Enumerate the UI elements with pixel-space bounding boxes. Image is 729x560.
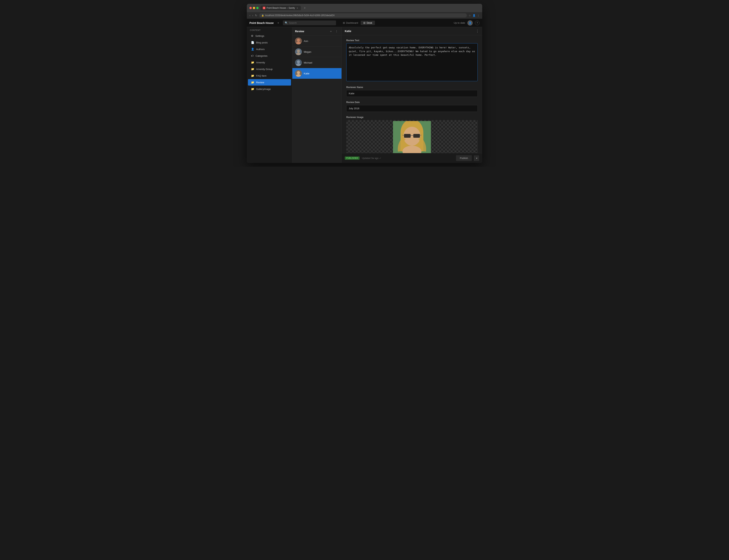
reviewer-name-ann: Ann	[304, 40, 308, 42]
amenity-icon: 📁	[251, 61, 254, 64]
review-text-group: Review Text Absolutely the perfect get-a…	[346, 39, 478, 82]
publish-dropdown-button[interactable]: ▾	[474, 155, 479, 161]
sidebar-label-amenity: Amenity	[256, 61, 265, 64]
reviewer-image-container[interactable]	[346, 120, 478, 153]
reviewer-name-michael: Michael	[304, 61, 312, 64]
panel-more-button[interactable]: ⋮	[334, 29, 339, 34]
user-avatar[interactable]: 👤	[468, 20, 473, 26]
nav-dashboard-label: Dashboard	[346, 21, 358, 24]
list-item[interactable]: Ann	[292, 36, 341, 46]
header-right: Up to date 👤 ?	[454, 20, 480, 26]
sidebar-item-amenity-group[interactable]: 📁 Amenity Group	[248, 66, 291, 72]
app-container: Point Beach House + 🔍 Search ⊞ Dashboard…	[247, 19, 482, 163]
list-item[interactable]: Katie	[292, 68, 341, 79]
tab-close-button[interactable]: ✕	[296, 7, 298, 9]
reviewer-thumb-michael	[295, 59, 302, 66]
forward-button[interactable]: ›	[252, 14, 253, 17]
new-tab-button[interactable]: +	[302, 6, 307, 10]
nav-item-desk[interactable]: ⊟ Desk	[361, 21, 375, 25]
detail-panel: Katie ⋮ Review Text Absolutely the perfe…	[342, 27, 482, 163]
sidebar-item-amenity[interactable]: 📁 Amenity	[248, 59, 291, 66]
sidebar-label-amenity-group: Amenity Group	[256, 68, 272, 71]
reviewer-name-katie: Katie	[304, 72, 309, 75]
review-text-input[interactable]: Absolutely the perfect get-away vacation…	[346, 43, 478, 81]
panel-header: Review + ⋮	[292, 27, 341, 36]
review-list: Ann Megan Michael	[292, 36, 341, 163]
list-item[interactable]: Michael	[292, 57, 341, 68]
reviewer-image-label: Reviewer Image	[346, 116, 478, 119]
review-icon: 📁	[251, 81, 254, 84]
status-text: Up to date	[454, 21, 465, 24]
svg-point-1	[297, 39, 300, 42]
review-date-input[interactable]	[346, 105, 478, 112]
browser-tab-bar: S Point Beach House – Sanity ✕ +	[260, 6, 480, 10]
reviewer-image-group: Reviewer Image	[346, 116, 478, 153]
sidebar-item-gallery[interactable]: 📁 GalleryImage	[248, 86, 291, 92]
traffic-lights	[249, 7, 258, 9]
gallery-icon: 📁	[251, 87, 254, 90]
header-add-button[interactable]: +	[276, 21, 280, 25]
reviewer-thumb-ann	[295, 38, 302, 44]
reviewer-name-label: Reviewer Name	[346, 86, 478, 89]
reviewer-name-input[interactable]	[346, 90, 478, 97]
detail-header: Katie ⋮	[342, 27, 482, 35]
detail-more-button[interactable]: ⋮	[476, 29, 479, 33]
middle-panel: Review + ⋮ Ann	[292, 27, 342, 163]
search-placeholder: Search	[289, 21, 297, 24]
app-title: Point Beach House	[249, 21, 274, 24]
sidebar-item-faq[interactable]: 📁 FAQ Item	[248, 72, 291, 79]
minimize-traffic-light[interactable]	[253, 7, 255, 9]
detail-content: Review Text Absolutely the perfect get-a…	[342, 35, 482, 153]
close-traffic-light[interactable]	[249, 7, 252, 9]
browser-addressbar: ‹ › ↻ 🔒 localhost:3333/desk/review;99b5d…	[247, 12, 482, 19]
sidebar-item-settings[interactable]: ⚙ Settings	[248, 33, 291, 39]
search-icon: 🔍	[285, 21, 288, 24]
publish-button[interactable]: Publish	[456, 155, 472, 161]
more-browser-icon[interactable]: ⋮	[477, 14, 480, 17]
header-search[interactable]: 🔍 Search	[283, 20, 336, 25]
amenity-group-icon: 📁	[251, 68, 254, 71]
sidebar-label-gallery: GalleryImage	[256, 88, 271, 90]
app-header: Point Beach House + 🔍 Search ⊞ Dashboard…	[247, 19, 482, 27]
authors-icon: 👤	[251, 48, 254, 51]
svg-rect-16	[404, 134, 411, 138]
sidebar-label-categories: Categories	[255, 54, 267, 57]
svg-point-7	[297, 60, 300, 63]
panel-add-button[interactable]: +	[328, 29, 333, 34]
panel-title: Review	[295, 30, 327, 33]
address-bar[interactable]: 🔒 localhost:3333/desk/review;99b5dbc8-5d…	[259, 13, 467, 17]
review-date-label: Review Date	[346, 101, 478, 104]
user-avatar-browser[interactable]: 👤	[473, 14, 476, 17]
list-item[interactable]: Megan	[292, 46, 341, 57]
categories-icon: 🏷	[251, 54, 254, 57]
checkmark-icon: ✓	[379, 157, 381, 160]
help-button[interactable]: ?	[475, 21, 480, 25]
address-text: localhost:3333/desk/review;99b5dbc8-5d34…	[265, 14, 334, 17]
tab-favicon: S	[263, 7, 265, 9]
sidebar-label-authors: Authors	[256, 48, 265, 51]
svg-point-4	[297, 50, 300, 53]
reviewer-thumb-megan	[295, 48, 302, 55]
settings-icon: ⚙	[251, 34, 253, 37]
sidebar-item-review[interactable]: 📁 Review	[248, 79, 291, 86]
sidebar-item-categories[interactable]: 🏷 Categories	[248, 53, 291, 59]
nav-desk-label: Desk	[367, 21, 372, 24]
lock-icon: 🔒	[261, 14, 264, 17]
maximize-traffic-light[interactable]	[256, 7, 258, 9]
back-button[interactable]: ‹	[249, 14, 250, 17]
browser-tab[interactable]: S Point Beach House – Sanity ✕	[260, 6, 301, 10]
nav-item-dashboard[interactable]: ⊞ Dashboard	[340, 21, 361, 25]
sidebar-item-blogposts[interactable]: 📄 Blog posts	[248, 39, 291, 46]
reviewer-name-group: Reviewer Name	[346, 86, 478, 97]
review-text-label: Review Text	[346, 39, 478, 42]
sidebar-item-authors[interactable]: 👤 Authors	[248, 46, 291, 52]
published-badge: PUBLISHED	[345, 157, 359, 160]
desk-icon: ⊟	[363, 21, 366, 24]
sidebar-label-blogposts: Blog posts	[256, 41, 268, 44]
blogposts-icon: 📄	[251, 41, 254, 44]
sidebar-section-label: Content	[247, 27, 292, 32]
bookmark-icon[interactable]: ☆	[469, 14, 471, 17]
reload-button[interactable]: ↻	[255, 14, 257, 17]
reviewer-photo	[393, 121, 431, 153]
main-layout: Content ⚙ Settings 📄 Blog posts 👤 Author…	[247, 27, 482, 163]
